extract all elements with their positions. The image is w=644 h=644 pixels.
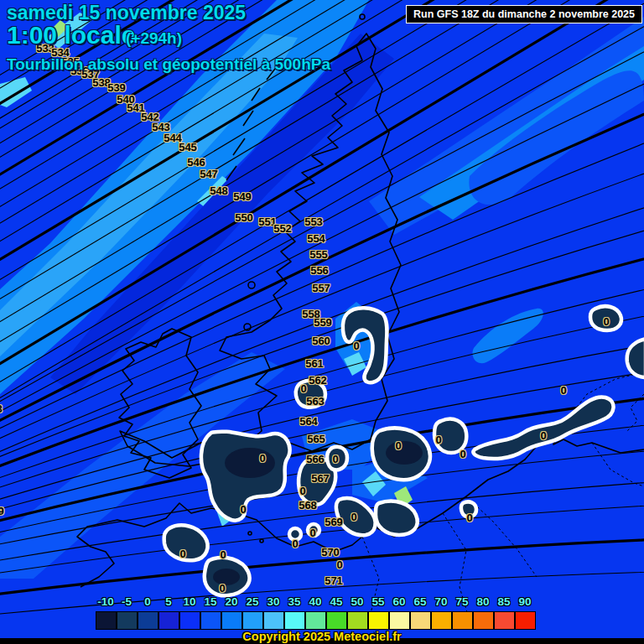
weather-map-screen: 5335345355365375385395405415425435445455…	[0, 0, 644, 644]
zero-blob-core	[386, 441, 423, 465]
scale-cell	[96, 611, 117, 630]
map-canvas	[0, 0, 644, 644]
scale-cell	[138, 611, 158, 630]
copyright-text: Copyright 2025 Meteociel.fr	[242, 630, 401, 643]
scale-value: 90	[518, 595, 531, 608]
scale-cell	[284, 611, 305, 630]
scale-cell	[431, 611, 452, 630]
zero-blob-brittany-west	[164, 525, 208, 560]
scale-value: 75	[455, 595, 468, 608]
scale-cell	[200, 611, 221, 630]
scale-value: 40	[309, 595, 321, 608]
scale-cell	[263, 611, 284, 630]
scale-value: 0	[144, 595, 151, 608]
zero-blob-core	[225, 448, 275, 478]
scale-cell	[221, 611, 242, 630]
zero-blob-tiny-south	[461, 501, 476, 517]
map-parameter-title: Tourbillon absolu et géopotentiel à 500h…	[7, 55, 330, 74]
colorbar-values: -10-505101520253035404550556065707580859…	[96, 595, 548, 610]
colorbar-cells	[96, 611, 536, 630]
scale-cell	[515, 611, 536, 630]
scale-cell	[452, 611, 473, 630]
zero-ring-1	[289, 528, 301, 540]
zero-blob-small-566	[327, 447, 347, 470]
scale-cell	[347, 611, 368, 630]
scale-cell	[368, 611, 389, 630]
zero-blob-small-563	[296, 381, 325, 408]
scale-cell	[305, 611, 326, 630]
scale-value: 80	[476, 595, 489, 608]
scale-value: 15	[204, 595, 216, 608]
scale-value: 35	[288, 595, 300, 608]
scale-value: 65	[413, 595, 426, 608]
scale-value: 60	[392, 595, 405, 608]
zero-blob-right-small	[590, 306, 621, 330]
scale-value: 50	[351, 595, 363, 608]
scale-value: 85	[497, 595, 510, 608]
scale-value: 45	[330, 595, 342, 608]
scale-cell	[158, 611, 179, 630]
scale-cell	[473, 611, 494, 630]
scale-cell	[410, 611, 431, 630]
scale-value: 20	[225, 595, 237, 608]
scale-value: 55	[371, 595, 384, 608]
scale-cell	[326, 611, 347, 630]
scale-value: 25	[246, 595, 258, 608]
zero-blob-core	[213, 569, 240, 585]
scale-value: -5	[122, 595, 132, 608]
scale-cell	[494, 611, 515, 630]
scale-value: 30	[267, 595, 279, 608]
scale-cell	[242, 611, 263, 630]
zero-blob-south-mid	[376, 501, 418, 535]
scale-cell	[389, 611, 410, 630]
model-run-info: Run GFS 18Z du dimanche 2 novembre 2025	[406, 5, 642, 23]
vorticity-colorbar: -10-505101520253035404550556065707580859…	[96, 595, 548, 633]
scale-cell	[179, 611, 200, 630]
scale-value: -10	[97, 595, 114, 608]
scale-value: 70	[434, 595, 447, 608]
zero-ring-2	[308, 524, 319, 536]
forecast-time: 1:00 locale	[7, 21, 135, 49]
scale-value: 10	[183, 595, 195, 608]
scale-value: 5	[165, 595, 172, 608]
forecast-offset: (+294h)	[126, 29, 182, 48]
zero-blob-northeast	[434, 419, 466, 453]
scale-cell	[117, 611, 138, 630]
